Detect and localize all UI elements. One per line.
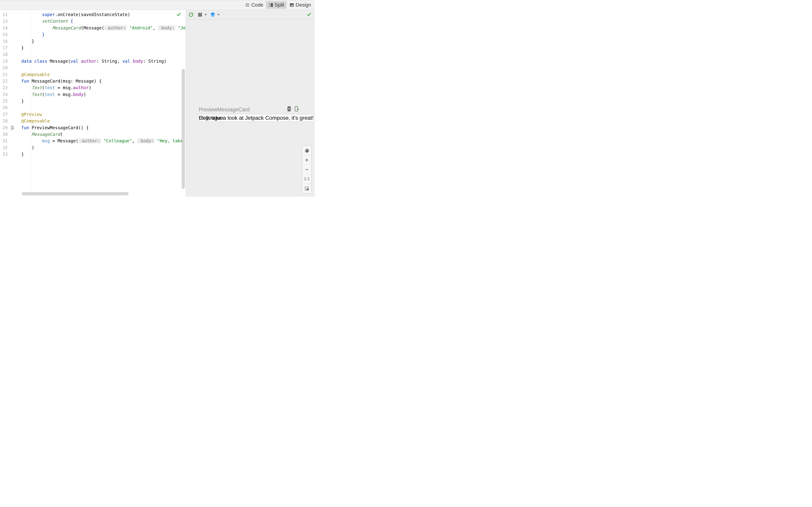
line-number: 16: [0, 38, 17, 45]
svg-marker-16: [210, 14, 215, 17]
code-line[interactable]: [21, 104, 186, 111]
code-editor-pane[interactable]: 1213141516171819202122232425262728293031…: [0, 10, 186, 197]
inspection-ok-icon[interactable]: [176, 12, 181, 18]
split-icon: [268, 2, 273, 7]
horizontal-scrollbar[interactable]: [22, 192, 129, 195]
chevron-down-icon[interactable]: [217, 13, 219, 17]
line-number: 31: [0, 137, 17, 144]
preview-toolbar: [186, 10, 315, 19]
line-number: 32: [0, 145, 17, 151]
code-line[interactable]: data class Message(val author: String, v…: [21, 58, 186, 64]
preview-actions: [286, 106, 300, 112]
line-number: 21: [0, 71, 17, 78]
line-number: 25: [0, 98, 17, 104]
refresh-icon[interactable]: [188, 11, 194, 18]
code-line[interactable]: @Composable: [21, 71, 186, 78]
list-icon: [245, 2, 250, 7]
code-line[interactable]: @Preview: [21, 111, 186, 118]
code-line[interactable]: }: [21, 98, 186, 104]
svg-rect-26: [307, 188, 308, 190]
line-number: 14: [0, 25, 17, 31]
view-mode-split[interactable]: Split: [266, 1, 287, 9]
line-number: 22: [0, 78, 17, 84]
line-number: 15: [0, 31, 17, 38]
line-number: 23: [0, 84, 17, 91]
deploy-preview-icon[interactable]: [294, 106, 300, 112]
zoom-fit-button[interactable]: [302, 184, 311, 193]
line-number: 30: [0, 131, 17, 137]
line-number: 19: [0, 58, 17, 64]
preview-pane: PreviewMessageCard Hey, take a look at J…: [186, 10, 315, 197]
code-line[interactable]: }: [21, 45, 186, 51]
line-number: 24: [0, 91, 17, 98]
svg-marker-21: [297, 108, 299, 110]
code-line[interactable]: msg = Message( author: "Colleague", body…: [21, 137, 186, 144]
code-line[interactable]: ): [21, 145, 186, 151]
code-line[interactable]: Text(text = msg.body): [21, 91, 186, 98]
line-number-gutter: 1213141516171819202122232425262728293031…: [0, 10, 17, 197]
svg-point-19: [289, 108, 290, 110]
zoom-reset-button[interactable]: 1:1: [302, 174, 311, 184]
preview-composable-name: PreviewMessageCard: [199, 107, 250, 113]
line-number: 33: [0, 151, 17, 158]
line-number: 27: [0, 111, 17, 118]
view-mode-design-label: Design: [296, 2, 311, 8]
view-mode-code-label: Code: [251, 2, 263, 8]
line-number: 17: [0, 45, 17, 51]
code-line[interactable]: [21, 51, 186, 58]
svg-rect-6: [271, 3, 272, 7]
line-number: 26: [0, 104, 17, 111]
code-line[interactable]: Text(text = msg.author): [21, 84, 186, 91]
svg-rect-13: [198, 15, 202, 16]
line-number: 29: [0, 124, 17, 131]
svg-rect-7: [290, 3, 294, 7]
line-number: 18: [0, 51, 17, 58]
svg-marker-14: [205, 14, 207, 15]
line-number: 12: [0, 11, 17, 18]
code-line[interactable]: MessageCard(Message( author: "Android", …: [21, 25, 186, 31]
zoom-reset-label: 1:1: [304, 176, 309, 181]
vertical-scrollbar[interactable]: [182, 69, 185, 189]
preview-render-surface[interactable]: Hey, take a look at Jetpack Compose, it'…: [198, 114, 314, 122]
code-line[interactable]: }: [21, 31, 186, 38]
main-split: 1213141516171819202122232425262728293031…: [0, 10, 315, 197]
chevron-down-icon[interactable]: [205, 13, 207, 17]
code-line[interactable]: MessageCard(: [21, 131, 186, 137]
code-line[interactable]: fun PreviewMessageCard() {: [21, 124, 186, 131]
code-line[interactable]: }: [21, 151, 186, 158]
line-number: 20: [0, 64, 17, 71]
interactive-preview-icon[interactable]: [286, 106, 292, 112]
code-line[interactable]: [21, 64, 186, 71]
line-number: 28: [0, 118, 17, 124]
view-mode-code[interactable]: Code: [243, 1, 265, 9]
line-number: 13: [0, 18, 17, 24]
svg-marker-10: [13, 127, 14, 129]
code-line[interactable]: super.onCreate(savedInstanceState): [21, 11, 186, 18]
code-line[interactable]: }: [21, 38, 186, 45]
layers-icon[interactable]: [210, 11, 216, 18]
code-line[interactable]: @Composable: [21, 118, 186, 124]
pan-tool-button[interactable]: [302, 146, 311, 155]
image-icon: [289, 2, 294, 7]
preview-text-author: Colleague: [199, 115, 223, 121]
code-line[interactable]: setContent {: [21, 18, 186, 24]
code-area[interactable]: super.onCreate(savedInstanceState) setCo…: [17, 10, 186, 158]
zoom-out-button[interactable]: [302, 165, 311, 174]
svg-rect-11: [198, 13, 200, 14]
view-mode-design[interactable]: Design: [287, 1, 313, 9]
surface-icon[interactable]: [197, 11, 203, 18]
svg-rect-12: [200, 13, 202, 14]
svg-marker-17: [217, 14, 219, 15]
preview-canvas[interactable]: PreviewMessageCard Hey, take a look at J…: [186, 19, 315, 197]
zoom-in-button[interactable]: [302, 155, 311, 165]
preview-ok-icon[interactable]: [307, 12, 311, 18]
zoom-controls: 1:1: [302, 146, 311, 193]
code-line[interactable]: fun MessageCard(msg: Message) {: [21, 78, 186, 84]
view-mode-toolbar: Code Split Design: [0, 0, 315, 10]
view-mode-split-label: Split: [274, 2, 284, 8]
